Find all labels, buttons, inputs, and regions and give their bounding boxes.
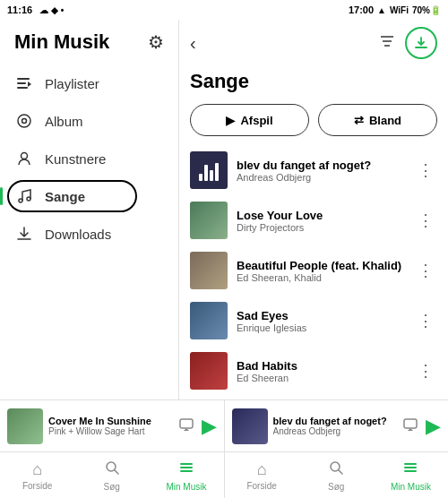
library-icon-right (402, 459, 418, 480)
library-icon-left (178, 459, 194, 480)
svg-marker-3 (28, 82, 31, 87)
bottom-nav-label: Forside (22, 481, 52, 491)
song-artist: Dirty Projectors (237, 222, 405, 233)
list-item[interactable]: Lose Your Love Dirty Projectors ⋮ (179, 195, 448, 245)
bottom-nav-item-forside-right[interactable]: ⌂ Forside (225, 452, 299, 498)
bottom-nav-item-sog-right[interactable]: Søg (299, 452, 374, 498)
song-info: Lose Your Love Dirty Projectors (237, 209, 405, 233)
right-panel-title: Sange (179, 66, 448, 100)
home-icon-left: ⌂ (32, 460, 42, 479)
mini-player-thumbnail-right (232, 408, 268, 444)
svg-line-15 (115, 470, 118, 474)
list-item[interactable]: Bad Habits Ed Sheeran ⋮ (179, 346, 448, 396)
play-button[interactable]: ▶ Afspil (190, 104, 309, 136)
sidebar-item-label-playlister: Playlister (45, 76, 99, 91)
mini-player-left[interactable]: Cover Me In Sunshine Pink + Willow Sage … (0, 400, 225, 451)
bottom-nav-item-min-musik-left[interactable]: Min Musik (149, 452, 223, 498)
more-options-icon[interactable]: ⋮ (414, 307, 437, 334)
bottom-nav-item-forside-left[interactable]: ⌂ Forside (0, 452, 74, 498)
song-artist: Ed Sheeran, Khalid (237, 272, 405, 283)
svg-rect-1 (17, 82, 26, 84)
play-icon-right[interactable]: ▶ (426, 415, 441, 438)
left-header: Min Musik ⚙ (0, 20, 178, 61)
song-thumbnail (190, 252, 228, 289)
songs-icon (14, 186, 34, 206)
play-icon: ▶ (226, 114, 235, 127)
shuffle-label: Bland (369, 114, 401, 127)
song-thumbnail (190, 302, 228, 339)
sidebar-item-downloads[interactable]: Downloads (0, 215, 178, 253)
svg-point-6 (22, 153, 28, 159)
sidebar-item-kunstnere[interactable]: Kunstnere (0, 140, 178, 177)
list-item[interactable]: blev du fanget af noget? Andreas Odbjerg… (179, 145, 448, 195)
song-thumbnail (190, 202, 228, 239)
bottom-nav-label: Forside (246, 481, 276, 491)
song-info: Sad Eyes Enrique Iglesias (237, 309, 405, 333)
album-icon (14, 111, 34, 131)
song-info: Bad Habits Ed Sheeran (237, 359, 405, 383)
airplay-icon-left[interactable] (178, 416, 194, 436)
search-icon-right (328, 459, 344, 480)
svg-rect-22 (404, 467, 417, 468)
bottom-nav-label: Søg (328, 482, 344, 492)
svg-rect-23 (404, 470, 417, 472)
mini-player-thumbnail-left (7, 408, 43, 444)
sidebar-item-label-sange: Sange (45, 189, 85, 204)
song-artist: Ed Sheeran (237, 373, 405, 383)
signal-icon: ▲ (377, 5, 386, 15)
list-item[interactable]: Sad Eyes Enrique Iglesias ⋮ (179, 296, 448, 346)
shuffle-button[interactable]: ⇄ Bland (318, 104, 437, 136)
time-left: 11:16 (7, 4, 32, 15)
song-title: Lose Your Love (237, 209, 405, 222)
bottom-nav-item-sog-left[interactable]: Søg (74, 452, 149, 498)
artist-icon (14, 149, 34, 168)
svg-rect-17 (180, 467, 193, 468)
right-header: ‹ (179, 20, 448, 66)
svg-rect-16 (180, 463, 193, 465)
sidebar-item-album[interactable]: Album (0, 102, 178, 140)
gear-icon[interactable]: ⚙ (148, 31, 164, 53)
download-icon (14, 224, 34, 244)
mini-player-controls-right: ▶ (402, 415, 441, 438)
sidebar-item-sange[interactable]: Sange (0, 177, 178, 215)
song-artist: Andreas Odbjerg (237, 172, 405, 183)
shuffle-icon: ⇄ (354, 114, 364, 127)
more-options-icon[interactable]: ⋮ (414, 357, 437, 384)
bottom-nav-label: Min Musik (166, 482, 206, 492)
airplay-icon-right[interactable] (402, 416, 418, 436)
back-button[interactable]: ‹ (190, 33, 196, 54)
list-item[interactable]: Beautiful People (feat. Khalid) Ed Sheer… (179, 245, 448, 296)
svg-rect-21 (404, 463, 417, 465)
mini-player-title-left: Cover Me In Sunshine (48, 416, 173, 426)
status-bar-left: 11:16 ☁ ◆ • (0, 0, 224, 20)
status-bar: 11:16 ☁ ◆ • 17:00 ▲ WiFi 70%🔋 (0, 0, 448, 20)
play-icon-left[interactable]: ▶ (202, 415, 217, 438)
download-button[interactable] (405, 27, 437, 59)
song-title: blev du fanget af noget? (237, 159, 405, 172)
song-title: Sad Eyes (237, 309, 405, 322)
svg-point-7 (19, 199, 22, 202)
wifi-icon: WiFi (390, 5, 409, 15)
mini-player-info-left: Cover Me In Sunshine Pink + Willow Sage … (48, 416, 173, 436)
more-options-icon[interactable]: ⋮ (414, 207, 437, 234)
song-info: Beautiful People (feat. Khalid) Ed Sheer… (237, 259, 405, 283)
left-panel: Min Musik ⚙ Playlister (0, 20, 179, 399)
home-icon-right: ⌂ (257, 460, 267, 479)
status-bar-right: 17:00 ▲ WiFi 70%🔋 (224, 0, 448, 20)
more-options-icon[interactable]: ⋮ (414, 157, 437, 184)
playlist-icon (14, 73, 34, 93)
song-title: Beautiful People (feat. Khalid) (237, 259, 405, 272)
mini-player-right[interactable]: blev du fanget af noget? Andreas Odbjerg… (225, 400, 449, 451)
bottom-nav-item-min-musik-right[interactable]: Min Musik (374, 452, 448, 498)
filter-icon[interactable] (378, 32, 396, 55)
nav-list: Playlister Album Kunst (0, 61, 178, 256)
song-thumbnail (190, 352, 228, 390)
sidebar-item-playlister[interactable]: Playlister (0, 64, 178, 102)
song-title: Bad Habits (237, 359, 405, 373)
bottom-nav-left: ⌂ Forside Søg Min Musik (0, 452, 224, 498)
mini-player-info-right: blev du fanget af noget? Andreas Odbjerg (273, 416, 398, 436)
mini-player-controls-left: ▶ (178, 415, 217, 438)
status-icons-left: ☁ ◆ • (39, 5, 64, 15)
more-options-icon[interactable]: ⋮ (414, 257, 437, 284)
battery-right: 70%🔋 (412, 5, 441, 15)
